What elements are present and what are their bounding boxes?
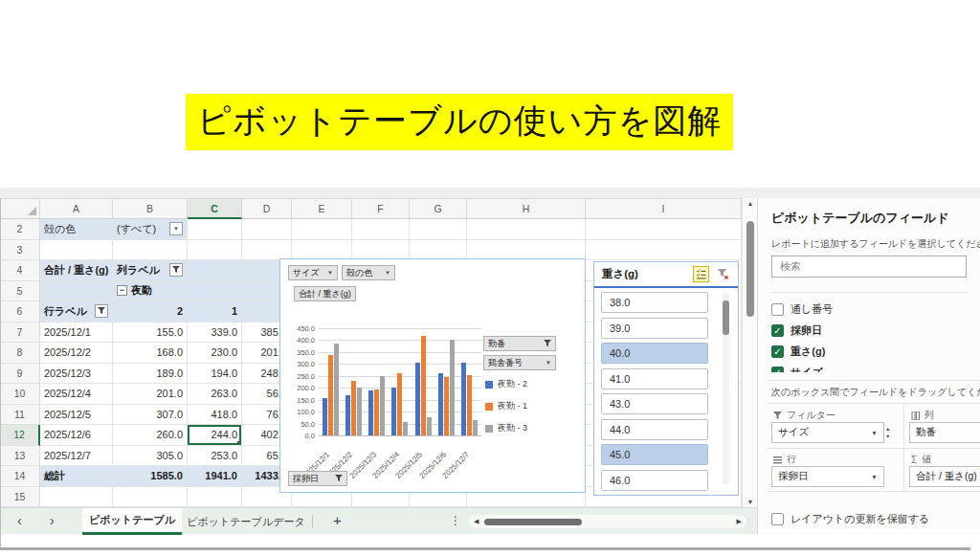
row-header-9[interactable]: 9 [0,364,40,385]
slicer-item-43.0[interactable]: 43.0 [601,393,708,414]
chart-filter-shift[interactable]: 勤番 [483,336,556,351]
horizontal-scrollbar[interactable]: ◀ ▶ [469,515,746,528]
cell-A10[interactable]: 2025/12/4 [40,384,113,405]
row-header-2[interactable]: 2 [0,219,40,240]
cell-D2[interactable] [242,219,292,240]
cell-C6[interactable]: 1 [188,301,242,322]
cell-B3[interactable] [113,240,188,261]
row-header-12[interactable]: 12 [0,425,40,446]
slicer-item-40.0[interactable]: 40.0 [601,343,708,364]
pivot-chart[interactable]: サイズ▼殻の色▼合計 / 重さ(g)0.050.0100.0150.0200.0… [279,258,586,493]
scroll-down-icon[interactable]: ▼ [743,499,758,505]
chart-values-button[interactable]: 合計 / 重さ(g) [294,286,356,301]
chart-bar[interactable] [403,422,408,435]
chart-bar[interactable] [345,395,350,435]
cell-B8[interactable]: 168.0 [113,343,188,364]
checkbox-icon[interactable]: ✓ [771,345,784,358]
cell-C15[interactable] [188,487,242,508]
cell-A4[interactable]: 合計 / 重さ(g) [40,260,113,281]
rows-area-field[interactable]: 採卵日▼ [771,466,884,487]
multi-select-icon[interactable] [693,266,709,282]
row-header-3[interactable]: 3 [0,240,40,261]
chart-bar[interactable] [397,373,402,435]
row-header-13[interactable]: 13 [0,446,40,467]
checkbox-icon[interactable]: ✓ [771,324,784,337]
vertical-scrollbar[interactable]: ▲ ▼ [742,198,757,507]
column-header-C[interactable]: C [188,198,242,219]
cell-A13[interactable]: 2025/12/7 [40,446,113,467]
chart-bar[interactable] [323,398,327,435]
cell-C13[interactable]: 253.0 [188,446,242,467]
cell-I2[interactable] [586,219,742,240]
cell-C14[interactable]: 1941.0 [188,466,242,487]
field-reorder-spinner[interactable]: ▲▼ [885,422,890,443]
checkbox-icon[interactable] [771,303,784,316]
column-header-D[interactable]: D [242,198,292,219]
row-header-4[interactable]: 4 [0,260,40,281]
column-header-F[interactable]: F [352,198,410,219]
row-header-14[interactable]: 14 [0,466,40,487]
chart-filter-egg-date[interactable]: 採卵日 [288,471,347,486]
cell-G2[interactable] [410,219,467,240]
cell-A9[interactable]: 2025/12/3 [40,364,113,385]
columns-area-field[interactable]: 勤番 [909,422,980,443]
chart-bar[interactable] [368,390,373,435]
column-header-H[interactable]: H [467,198,586,219]
checkbox-icon[interactable] [771,513,784,525]
chart-filter-house-number[interactable]: 鶏舎番号▼ [483,355,556,370]
row-header-5[interactable]: 5 [0,281,40,302]
chart-bar[interactable] [357,388,362,435]
cell-B9[interactable]: 189.0 [113,364,188,385]
chart-filter-shell-color[interactable]: 殻の色▼ [342,265,395,280]
cell-I3[interactable] [586,240,742,261]
cell-A5[interactable] [40,281,113,302]
cell-H2[interactable] [467,219,586,240]
cell-A7[interactable]: 2025/12/1 [40,322,113,344]
cell-A6[interactable]: 行ラベル [40,301,113,322]
defer-layout-checkbox[interactable]: レイアウトの更新を保留する [771,512,929,526]
cell-A3[interactable] [40,240,113,261]
scroll-right-icon[interactable]: ▶ [737,518,742,525]
cell-A12[interactable]: 2025/12/6 [40,425,113,446]
horizontal-scrollbar-thumb[interactable] [484,519,582,525]
slicer-item-41.0[interactable]: 41.0 [601,368,708,389]
cell-B15[interactable] [113,487,188,508]
tab-pivot-table[interactable]: ピボットテーブル [82,508,182,535]
tab-nav-left-icon[interactable]: ‹ [17,513,22,528]
cell-A2[interactable]: 殻の色 [40,219,113,240]
cell-C12[interactable]: 244.0 [188,425,242,446]
chart-bar[interactable] [351,381,356,435]
column-header-B[interactable]: B [113,198,188,219]
cell-F2[interactable] [352,219,410,240]
cell-E2[interactable] [292,219,352,240]
cell-C4[interactable] [188,260,242,281]
row-header-11[interactable]: 11 [0,405,40,426]
field-item-採卵日[interactable]: ✓採卵日 [771,320,967,341]
scroll-left-icon[interactable]: ◀ [474,518,479,525]
weight-slicer[interactable]: 重さ(g) 38.039.040.041.043.044.045.046.0 [593,261,739,496]
cell-A11[interactable]: 2025/12/5 [40,405,113,426]
cell-C9[interactable]: 194.0 [188,364,242,385]
row-header-15[interactable]: 15 [0,487,40,508]
cell-H3[interactable] [467,240,586,261]
cell-C11[interactable]: 418.0 [188,405,242,426]
slicer-item-38.0[interactable]: 38.0 [601,292,708,313]
slicer-item-39.0[interactable]: 39.0 [601,318,708,339]
filter-area-field[interactable]: サイズ▼ [771,422,884,443]
cell-B4[interactable]: 列ラベル [113,260,188,281]
cell-B6[interactable]: 2 [113,301,188,322]
cell-A15[interactable] [40,487,113,508]
slicer-item-46.0[interactable]: 46.0 [601,470,708,491]
add-sheet-button[interactable]: + [333,512,342,528]
filter-applied-icon[interactable] [95,304,108,318]
chart-filter-size[interactable]: サイズ▼ [288,265,338,280]
chart-bar[interactable] [438,373,443,435]
column-header-G[interactable]: G [410,198,467,219]
column-header-A[interactable]: A [40,198,113,219]
chart-bar[interactable] [473,420,478,435]
chart-bar[interactable] [328,355,333,435]
row-header-10[interactable]: 10 [0,384,40,405]
chart-bar[interactable] [374,389,379,435]
cell-D3[interactable] [242,240,292,261]
column-header-E[interactable]: E [292,198,352,219]
